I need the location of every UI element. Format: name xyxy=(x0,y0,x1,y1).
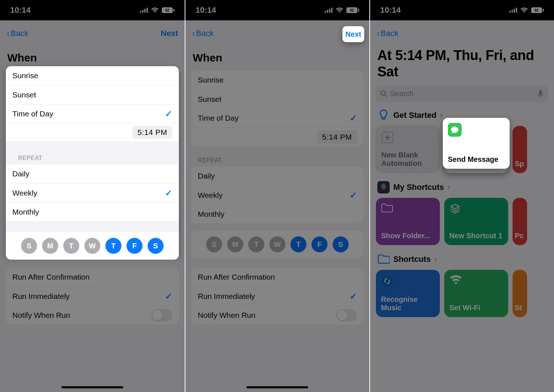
check-icon: ✓ xyxy=(165,109,172,119)
hl-day-sun[interactable]: S xyxy=(21,238,37,254)
hl-send-message-card[interactable]: Send Message xyxy=(443,118,510,169)
home-indicator[interactable] xyxy=(246,386,308,388)
notify-when-run[interactable]: Notify When Run xyxy=(6,305,179,324)
toggle-icon[interactable] xyxy=(151,309,172,321)
card-partial[interactable]: Pc xyxy=(513,198,527,245)
card-partial[interactable]: Sp xyxy=(513,126,527,173)
day-tue[interactable]: T xyxy=(248,236,264,252)
svg-rect-9 xyxy=(511,10,513,13)
plus-square-icon xyxy=(381,131,394,144)
check-icon: ✓ xyxy=(350,190,357,200)
svg-rect-8 xyxy=(509,11,511,13)
wifi-icon xyxy=(151,7,159,13)
battery-icon: 92 xyxy=(531,7,544,13)
svg-rect-4 xyxy=(325,11,326,13)
hl-day-wed[interactable]: W xyxy=(84,238,100,254)
card-set-wifi[interactable]: Set Wi-Fi xyxy=(444,270,508,317)
svg-point-12 xyxy=(381,91,385,95)
hl-day-sat[interactable]: S xyxy=(148,238,164,254)
back-button[interactable]: ‹Back xyxy=(192,28,214,39)
hl-when-sunrise[interactable]: Sunrise xyxy=(6,66,179,85)
hl-when-sunset[interactable]: Sunset xyxy=(6,85,179,104)
day-sun[interactable]: S xyxy=(206,236,222,252)
card-label: Recognise Music xyxy=(381,295,435,312)
repeat-monthly[interactable]: Monthly xyxy=(191,204,364,223)
when-sunrise[interactable]: Sunrise xyxy=(191,71,364,89)
wifi-icon xyxy=(520,7,528,13)
run-immediately[interactable]: Run Immediately✓ xyxy=(6,287,179,305)
status-time: 10:14 xyxy=(10,5,31,15)
hl-day-mon[interactable]: M xyxy=(42,238,58,254)
next-button[interactable]: Next xyxy=(161,29,178,38)
day-mon[interactable]: M xyxy=(227,236,243,252)
hl-repeat-monthly[interactable]: Monthly xyxy=(6,202,179,221)
day-sat[interactable]: S xyxy=(333,236,349,252)
back-button[interactable]: ‹ Back xyxy=(7,28,28,39)
svg-rect-14 xyxy=(539,90,542,95)
run-after-confirmation[interactable]: Run After Confirmation xyxy=(191,268,364,287)
folder-icon xyxy=(381,203,393,213)
card-label: Pc xyxy=(515,232,525,240)
card-new-blank[interactable]: New Blank Automation xyxy=(376,126,440,173)
time-picker[interactable]: 5:14 PM xyxy=(317,131,357,144)
svg-rect-1 xyxy=(142,10,144,13)
svg-rect-0 xyxy=(140,11,141,13)
card-label: New Shortcut 1 xyxy=(449,232,503,240)
run-after-confirmation[interactable]: Run After Confirmation xyxy=(6,268,179,287)
hl-when-timeofday[interactable]: Time of Day✓ xyxy=(6,104,179,123)
card-show-folder[interactable]: Show Folder... xyxy=(376,198,440,245)
toggle-icon[interactable] xyxy=(336,309,357,321)
status-time: 10:14 xyxy=(196,5,216,15)
repeat-weekly[interactable]: Weekly✓ xyxy=(191,185,364,204)
hl-repeat-daily[interactable]: Daily xyxy=(6,164,179,183)
shortcuts-header[interactable]: Shortcuts › xyxy=(370,252,554,270)
back-button[interactable]: ‹Back xyxy=(377,28,398,39)
check-icon: ✓ xyxy=(350,291,357,301)
when-timeofday[interactable]: Time of Day✓ xyxy=(191,108,364,127)
svg-line-13 xyxy=(385,95,387,97)
cell-signal-icon xyxy=(325,8,333,13)
hl-day-fri[interactable]: F xyxy=(127,238,142,254)
panel-3: 10:14 92 ‹Back At 5:14 PM, Thu, Fri, and… xyxy=(369,0,554,392)
search-icon xyxy=(380,90,388,97)
card-recognise-music[interactable]: Recognise Music xyxy=(376,270,440,317)
repeat-daily[interactable]: Daily xyxy=(191,167,364,185)
panel-1: 10:14 92 ‹ Back Next When Sunrise Sunset… xyxy=(0,0,185,392)
hl-day-tue[interactable]: T xyxy=(63,238,79,254)
day-wed[interactable]: W xyxy=(269,236,285,252)
hl-repeat-weekly[interactable]: Weekly✓ xyxy=(6,183,179,202)
battery-icon: 92 xyxy=(346,7,359,13)
home-indicator[interactable] xyxy=(61,386,123,388)
mic-icon[interactable] xyxy=(537,90,544,98)
card-label: St xyxy=(515,304,525,312)
hl-time-picker[interactable]: 5:14 PM xyxy=(132,126,172,139)
hl-next-button[interactable]: Next xyxy=(342,26,364,42)
card-partial[interactable]: St xyxy=(513,270,527,317)
chevron-right-icon: › xyxy=(447,183,450,192)
day-thu[interactable]: T xyxy=(290,236,306,252)
cell-signal-icon xyxy=(509,8,517,13)
shazam-icon xyxy=(381,275,393,287)
when-sunset[interactable]: Sunset xyxy=(191,89,364,108)
svg-rect-6 xyxy=(329,9,330,13)
card-label: Show Folder... xyxy=(381,232,435,240)
status-bar: 10:14 92 xyxy=(0,0,185,20)
hl-day-thu[interactable]: T xyxy=(105,238,121,254)
notify-when-run[interactable]: Notify When Run xyxy=(191,305,364,324)
svg-rect-5 xyxy=(327,10,328,13)
chevron-right-icon: › xyxy=(440,111,443,120)
card-label: Set Wi-Fi xyxy=(449,304,503,312)
stack-icon xyxy=(449,203,461,215)
lightbulb-icon xyxy=(377,109,390,121)
status-time: 10:14 xyxy=(380,5,401,15)
search-placeholder: Search xyxy=(390,89,413,98)
card-new-shortcut[interactable]: New Shortcut 1 xyxy=(444,198,508,245)
run-group: Run After Confirmation Run Immediately✓ … xyxy=(6,268,179,324)
day-fri[interactable]: F xyxy=(312,236,328,252)
my-shortcuts-header[interactable]: My Shortcuts › xyxy=(370,180,554,198)
run-immediately[interactable]: Run Immediately✓ xyxy=(191,287,364,305)
card-label: Sp xyxy=(515,160,525,168)
messages-icon xyxy=(448,123,462,137)
search-input[interactable]: Search xyxy=(376,86,548,102)
chevron-left-icon: ‹ xyxy=(377,28,380,39)
